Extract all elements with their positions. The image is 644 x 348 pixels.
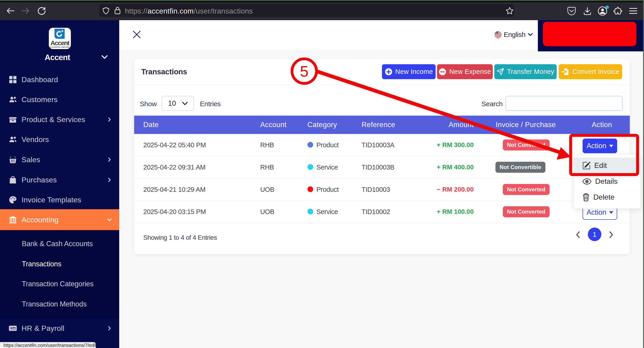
svg-text:5: 5 — [300, 63, 308, 80]
